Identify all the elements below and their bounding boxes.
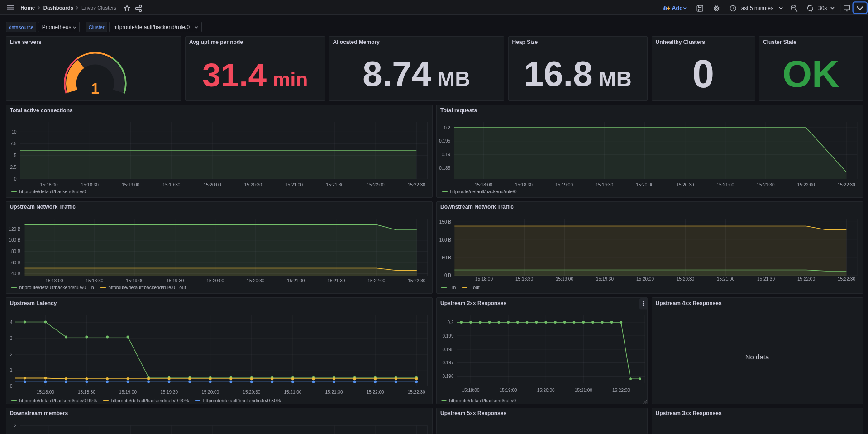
svg-text:15:21:30: 15:21:30 (325, 390, 343, 395)
svg-text:2: 2 (10, 352, 12, 357)
svg-text:15:22:30: 15:22:30 (408, 278, 425, 283)
svg-text:15:18:30: 15:18:30 (515, 182, 533, 187)
svg-text:0.197: 0.197 (442, 360, 453, 365)
svg-text:0: 0 (14, 176, 16, 181)
svg-text:15:20:00: 15:20:00 (537, 388, 555, 393)
svg-text:80 B: 80 B (11, 248, 20, 253)
svg-text:0 B: 0 B (444, 273, 451, 278)
svg-text:15:19:00: 15:19:00 (126, 278, 143, 283)
svg-text:15:19:30: 15:19:30 (166, 278, 184, 283)
svg-text:15:22:30: 15:22:30 (838, 276, 855, 281)
svg-text:15:20:00: 15:20:00 (201, 390, 219, 395)
svg-text:150 B: 150 B (439, 219, 451, 224)
svg-text:3: 3 (10, 336, 12, 341)
svg-text:15:20:00: 15:20:00 (636, 276, 654, 281)
svg-text:15:18:30: 15:18:30 (86, 278, 103, 283)
svg-text:Home: Home (20, 5, 35, 10)
svg-text:15:19:30: 15:19:30 (160, 390, 178, 395)
svg-text:10: 10 (11, 129, 17, 134)
svg-text:120 B: 120 B (9, 226, 20, 231)
svg-text:15:21:00: 15:21:00 (284, 390, 301, 395)
svg-text:15:21:00: 15:21:00 (716, 182, 734, 187)
svg-text:15:22:00: 15:22:00 (367, 278, 385, 283)
svg-text:15:19:00: 15:19:00 (555, 182, 573, 187)
svg-text:60 B: 60 B (11, 260, 20, 265)
svg-text:15:20:00: 15:20:00 (206, 278, 224, 283)
svg-text:0.19: 0.19 (442, 152, 451, 157)
svg-text:15:21:00: 15:21:00 (285, 182, 303, 187)
svg-text:40 B: 40 B (11, 271, 20, 276)
svg-text:15:21:00: 15:21:00 (717, 276, 734, 281)
svg-text:0.2: 0.2 (448, 320, 454, 325)
svg-text:1: 1 (91, 80, 99, 97)
svg-text:Add: Add (672, 5, 683, 11)
svg-text:15:22:00: 15:22:00 (797, 276, 815, 281)
svg-text:15:22:30: 15:22:30 (838, 182, 855, 187)
svg-text:30s: 30s (818, 5, 827, 11)
svg-text:15:20:00: 15:20:00 (203, 182, 221, 187)
svg-text:15:19:30: 15:19:30 (162, 182, 180, 187)
svg-text:15:21:30: 15:21:30 (757, 276, 775, 281)
svg-text:15:19:00: 15:19:00 (556, 276, 573, 281)
svg-text:50 B: 50 B (442, 255, 451, 260)
svg-text:15:18:30: 15:18:30 (77, 390, 95, 395)
svg-text:7.5: 7.5 (10, 141, 16, 146)
svg-text:4: 4 (10, 320, 12, 325)
svg-text:5: 5 (14, 153, 16, 158)
svg-text:0.199: 0.199 (442, 334, 453, 339)
svg-text:15:21:30: 15:21:30 (757, 182, 775, 187)
svg-text:0.196: 0.196 (442, 374, 453, 379)
svg-text:15:20:30: 15:20:30 (247, 278, 264, 283)
svg-text:0: 0 (10, 384, 12, 389)
svg-text:15:18:00: 15:18:00 (45, 278, 63, 283)
svg-text:15:19:00: 15:19:00 (500, 388, 517, 393)
svg-text:15:22:00: 15:22:00 (367, 182, 384, 187)
svg-text:Dashboards: Dashboards (43, 5, 73, 10)
svg-text:15:19:30: 15:19:30 (596, 276, 614, 281)
svg-text:100 B: 100 B (9, 238, 20, 243)
svg-text:15:22:00: 15:22:00 (366, 390, 384, 395)
svg-text:1: 1 (10, 367, 12, 372)
svg-text:15:18:30: 15:18:30 (515, 276, 533, 281)
svg-text:0.195: 0.195 (439, 138, 450, 143)
svg-text:15:18:00: 15:18:00 (36, 390, 54, 395)
svg-text:15:22:00: 15:22:00 (797, 182, 815, 187)
svg-text:15:20:30: 15:20:30 (243, 390, 260, 395)
svg-text:2.5: 2.5 (10, 165, 16, 170)
svg-text:15:18:00: 15:18:00 (40, 182, 57, 187)
svg-text:Last 5 minutes: Last 5 minutes (738, 5, 773, 11)
svg-text:15:20:00: 15:20:00 (636, 182, 653, 187)
svg-text:15:21:30: 15:21:30 (327, 278, 345, 283)
svg-text:15:22:30: 15:22:30 (407, 182, 425, 187)
svg-text:15:20:30: 15:20:30 (676, 182, 694, 187)
svg-text:15:19:00: 15:19:00 (119, 390, 137, 395)
svg-text:15:18:00: 15:18:00 (475, 276, 493, 281)
svg-text:0.185: 0.185 (439, 166, 450, 171)
svg-text:15:21:30: 15:21:30 (326, 182, 343, 187)
svg-text:15:18:00: 15:18:00 (475, 182, 492, 187)
svg-text:15:20:30: 15:20:30 (244, 182, 262, 187)
svg-text:0.2: 0.2 (444, 125, 450, 130)
svg-text:0.198: 0.198 (442, 347, 453, 352)
svg-text:15:18:00: 15:18:00 (462, 388, 480, 393)
svg-text:15:22:00: 15:22:00 (612, 388, 630, 393)
svg-text:15:20:30: 15:20:30 (677, 276, 694, 281)
svg-text:2: 2 (14, 423, 16, 428)
svg-text:100 B: 100 B (439, 237, 451, 242)
svg-text:Envoy Clusters: Envoy Clusters (81, 5, 117, 10)
svg-text:15:22:30: 15:22:30 (407, 390, 425, 395)
svg-text:15:21:00: 15:21:00 (575, 388, 592, 393)
svg-text:15:19:00: 15:19:00 (122, 182, 139, 187)
svg-text:15:21:00: 15:21:00 (287, 278, 305, 283)
svg-text:15:19:30: 15:19:30 (596, 182, 613, 187)
svg-text:15:18:30: 15:18:30 (81, 182, 98, 187)
